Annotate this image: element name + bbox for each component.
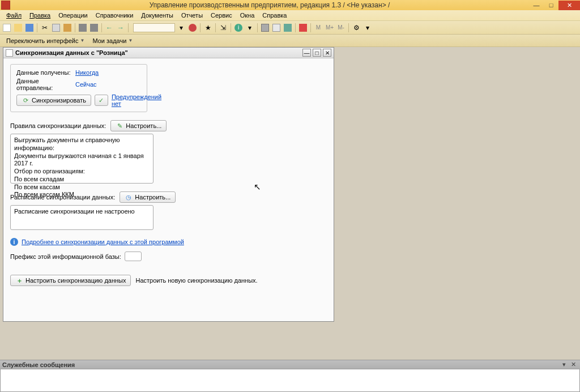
search-dropdown-icon[interactable]: ▾ [176,23,186,33]
settings-icon[interactable]: ⚙ [351,23,361,33]
menu-windows[interactable]: Окна [236,11,259,20]
rules-label: Правила синхронизации данных: [10,122,106,129]
dialog-body: Данные получены: Никогда Данные отправле… [3,58,334,321]
schedule-configure-button[interactable]: ◷ Настроить... [120,191,176,203]
warnings-link[interactable]: Предупреждений нет [112,93,161,107]
schedule-configure-label: Настроить... [135,194,170,201]
close-button[interactable]: ✕ [558,1,580,10]
new-icon[interactable] [2,23,12,33]
m-plus-button[interactable]: M+ [325,23,335,33]
undo-icon[interactable]: ← [104,23,114,33]
received-label: Данные получены: [16,69,72,76]
user-icon[interactable] [298,23,308,33]
toolbar: ✂ ← → ▾ ★ ⇲ i ▾ M M+ M- ⚙ ▾ [0,21,580,35]
maximize-button[interactable]: □ [544,1,558,10]
settings-dropdown-icon[interactable]: ▾ [362,23,373,33]
menu-documents[interactable]: Документы [137,11,177,20]
app-icon [1,1,10,10]
rules-line: По всем кассам [14,184,150,191]
calc-icon[interactable] [260,23,270,33]
warnings-button[interactable]: ✓ [95,95,108,106]
favorite-icon[interactable]: ★ [203,23,213,33]
refresh-icon: ⟳ [22,96,29,104]
help-dropdown-icon[interactable]: ▾ [245,23,255,33]
m-minus-button[interactable]: M- [336,23,346,33]
print-icon[interactable] [78,23,88,33]
separator-icon [215,23,216,32]
workspace: Синхронизация данных с "Розница" — □ ✕ Д… [0,47,580,360]
sync-dialog: Синхронизация данных с "Розница" — □ ✕ Д… [3,47,334,322]
my-tasks-button[interactable]: Мои задачи ▼ [88,36,137,45]
my-tasks-label: Мои задачи [92,37,126,44]
separator-icon [348,23,349,32]
dialog-close-button[interactable]: ✕ [323,49,331,57]
status-minimize-button[interactable]: ▾ [561,361,568,368]
rules-line: По всем складам [14,176,150,184]
title-bar: Управление производственным предприятием… [0,0,580,10]
status-close-button[interactable]: ✕ [569,361,578,368]
m-button[interactable]: M [313,23,323,33]
sent-value: Сейчас [75,81,97,88]
redo-icon[interactable]: → [116,23,126,33]
info-icon: i [10,238,18,246]
paste-icon[interactable] [62,23,72,33]
switch-interface-button[interactable]: Переключить интерфейс ▼ [2,36,88,45]
chevron-down-icon: ▼ [128,38,133,43]
warning-icon: ✓ [97,96,105,104]
sub-toolbar: Переключить интерфейс ▼ Мои задачи ▼ [0,35,580,47]
schedule-label: Расписание синхронизации данных: [10,194,115,201]
more-info-link[interactable]: Подробнее о синхронизации данных с этой … [22,238,184,245]
calendar-icon[interactable] [271,23,282,33]
clock-icon: ◷ [125,193,133,201]
menu-edit[interactable]: Правка [25,11,54,20]
received-value-link[interactable]: Никогда [75,69,99,76]
rules-configure-button[interactable]: ✎ Настроить... [110,120,167,131]
pencil-icon: ✎ [116,122,123,130]
rules-textarea[interactable]: Выгружать документы и справочную информа… [10,134,153,184]
switch-interface-label: Переключить интерфейс [6,37,79,44]
dialog-titlebar: Синхронизация данных с "Розница" — □ ✕ [3,48,334,58]
sync-status-group: Данные получены: Никогда Данные отправле… [10,64,147,112]
prefix-label: Префикс этой информационной базы: [10,253,121,260]
rules-line: Выгружать документы и справочную информа… [14,137,150,152]
print-preview-icon[interactable] [89,23,99,33]
plus-icon: ＋ [15,276,23,284]
status-title: Служебные сообщения [2,361,561,368]
menu-reports[interactable]: Отчеты [177,11,207,20]
configure-sync-button[interactable]: ＋ Настроить синхронизацию данных [10,275,131,286]
stop-icon[interactable] [187,23,198,33]
grid-icon[interactable] [283,23,293,33]
save-icon[interactable] [24,23,35,33]
separator-icon [37,23,37,32]
menu-service[interactable]: Сервис [207,11,236,20]
help-icon[interactable]: i [233,23,244,33]
sync-button-label: Синхронизировать [32,97,86,104]
menu-operations[interactable]: Операции [54,11,91,20]
separator-icon [257,23,258,32]
separator-icon [128,23,129,32]
configure-sync-label: Настроить синхронизацию данных [25,277,126,284]
schedule-textarea[interactable]: Расписание синхронизации не настроено [10,205,153,230]
search-input[interactable] [133,23,175,32]
menu-file[interactable]: Файл [2,11,25,20]
status-bar: Служебные сообщения ▾ ✕ [0,360,580,392]
menu-references[interactable]: Справочники [92,11,138,20]
chevron-down-icon: ▼ [80,38,85,43]
rules-line: Документы выгружаются начиная с 1 января… [14,152,150,168]
open-icon[interactable] [13,23,23,33]
rules-line: Отбор по организациям: [14,168,150,176]
rules-configure-label: Настроить... [126,122,161,129]
status-body [0,369,580,392]
app-title: Управление производственным предприятием… [10,1,529,9]
separator-icon [200,23,201,32]
separator-icon [295,23,296,32]
cut-icon[interactable]: ✂ [40,23,50,33]
dialog-maximize-button[interactable]: □ [313,49,321,57]
menu-help[interactable]: Справка [258,11,291,20]
sync-button[interactable]: ⟳ Синхронизировать [16,95,91,106]
prefix-input[interactable] [125,252,142,261]
copy-icon[interactable] [51,23,61,33]
external-icon[interactable]: ⇲ [218,23,228,33]
dialog-minimize-button[interactable]: — [302,49,311,57]
minimize-button[interactable]: — [529,1,544,10]
